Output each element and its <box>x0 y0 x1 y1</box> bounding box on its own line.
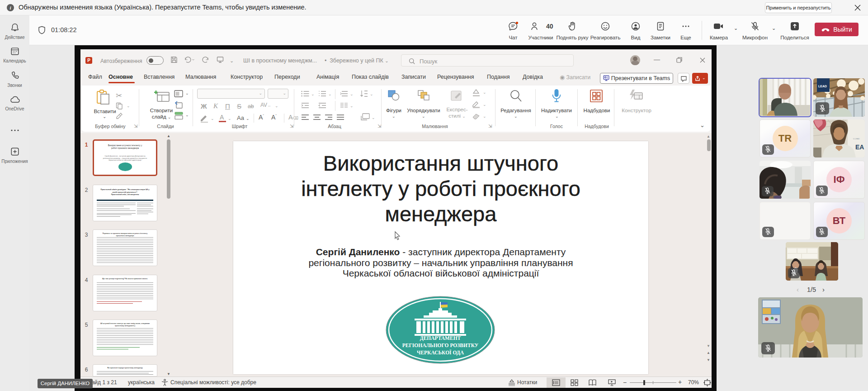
svg-text:LEAD: LEAD <box>818 85 827 88</box>
svg-text:ЧЕРКАСЬКОЇ ОДА: ЧЕРКАСЬКОЇ ОДА <box>417 349 464 356</box>
svg-text:РЕГІОНАЛЬНОГО РОЗВИТКУ: РЕГІОНАЛЬНОГО РОЗВИТКУ <box>402 343 479 348</box>
svg-text:ДЕПАРТАМЕНТ: ДЕПАРТАМЕНТ <box>420 335 461 341</box>
svg-text:ЕА: ЕА <box>855 143 864 151</box>
svg-text:U-LEAD: U-LEAD <box>853 138 860 140</box>
